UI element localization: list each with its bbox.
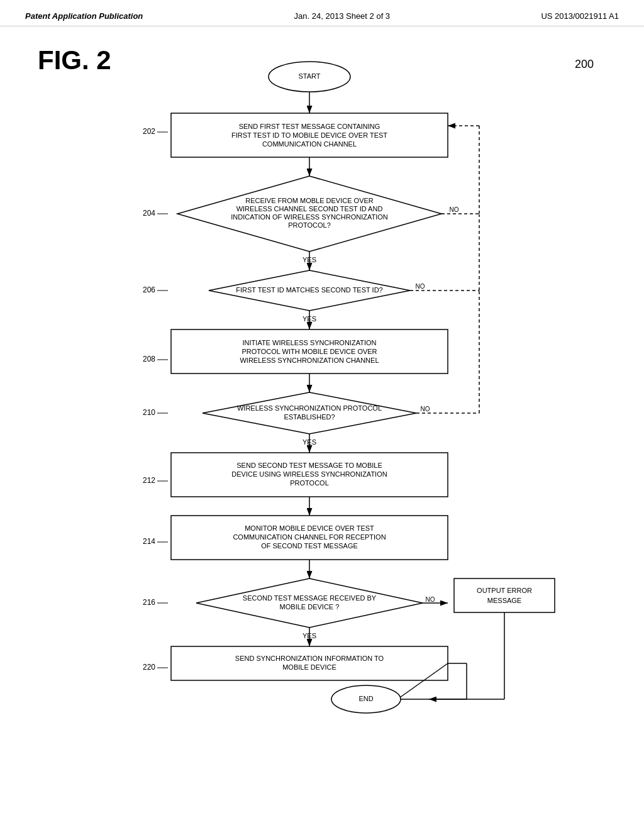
diagram-area: FIG. 2 200 START 202 SEND FIRST TEST MES… <box>0 26 644 806</box>
diamond-204-line3: INDICATION OF WIRELESS SYNCHRONIZATION <box>231 213 388 221</box>
header-right: US 2013/0021911 A1 <box>541 11 619 21</box>
step-label-208: 208 <box>143 355 155 363</box>
diamond-210-line2: ESTABLISHED? <box>284 413 335 421</box>
box-214-line1: MONITOR MOBILE DEVICE OVER TEST <box>245 524 374 532</box>
box-212-line1: SEND SECOND TEST MESSAGE TO MOBILE <box>236 462 382 469</box>
fig-label: FIG. 2 <box>38 45 111 75</box>
diamond-204-line1: RECEIVE FROM MOBLE DEVICE OVER <box>245 197 374 204</box>
diamond-204-line2: WIRELESS CHANNEL SECOND TEST ID AND <box>236 205 383 213</box>
box-220-line2: MOBILE DEVICE <box>282 663 336 671</box>
page-header: Patent Application Publication Jan. 24, … <box>0 0 644 26</box>
box-208-line2: PROTOCOL WITH MOBILE DEVICE OVER <box>242 348 377 355</box>
box-212-line3: PROTOCOL <box>290 479 329 487</box>
flowchart-svg: START 202 SEND FIRST TEST MESSAGE CONTAI… <box>39 39 605 794</box>
step-label-220: 220 <box>143 663 155 672</box>
box-208-line3: WIRELESS SYNCHRONIZATION CHANNEL <box>240 357 379 364</box>
step-label-202: 202 <box>143 127 155 136</box>
step-label-204: 204 <box>143 209 155 218</box>
no-206: NO <box>416 283 425 290</box>
step-label-212: 212 <box>143 476 155 485</box>
no-216: NO <box>426 596 435 603</box>
diamond-216-line2: MOBILE DEVICE ? <box>280 603 340 611</box>
end-label: END <box>358 695 373 702</box>
diamond-216-line1: SECOND TEST MESSAGE RECEIVED BY <box>243 594 377 602</box>
box-208-line1: INITIATE WIRELESS SYNCHRONIZATION <box>243 339 377 346</box>
diamond-206-text: FIRST TEST ID MATCHES SECOND TEST ID? <box>236 286 383 294</box>
box-220-line1: SEND SYNCHRONIZATION INFORMATION TO <box>235 655 384 662</box>
step-label-214: 214 <box>143 537 155 546</box>
step-label-206: 206 <box>143 285 155 294</box>
box-218 <box>454 578 555 612</box>
diamond-204-line4: PROTOCOL? <box>288 221 331 229</box>
box-202-line2: FIRST TEST ID TO MOBILE DEVICE OVER TEST <box>231 131 387 139</box>
box-218-line2: MESSAGE <box>487 597 521 604</box>
box-214-line3: OF SECOND TEST MESSAGE <box>261 542 358 550</box>
box-202-line3: COMMUNICATION CHANNEL <box>262 140 357 148</box>
box-212-line2: DEVICE USING WIRELESS SYNCHRONIZATION <box>231 470 387 478</box>
box-202-line1: SEND FIRST TEST MESSAGE CONTAINING <box>239 123 380 130</box>
box-214-line2: COMMUNICATION CHANNEL FOR RECEPTION <box>233 533 386 541</box>
header-center: Jan. 24, 2013 Sheet 2 of 3 <box>294 11 391 21</box>
no-204-label: NO <box>450 206 459 213</box>
step-label-216: 216 <box>143 598 155 607</box>
box-218-line1: OUTPUT ERROR <box>477 587 532 594</box>
start-label: START <box>298 72 320 80</box>
diamond-210-line1: WIRELESS SYNCHRONIZATION PROTOCOL <box>237 404 382 412</box>
fig-number: 200 <box>575 58 594 71</box>
no-210: NO <box>421 406 430 412</box>
header-left: Patent Application Publication <box>25 11 143 21</box>
step-label-210: 210 <box>143 408 155 417</box>
